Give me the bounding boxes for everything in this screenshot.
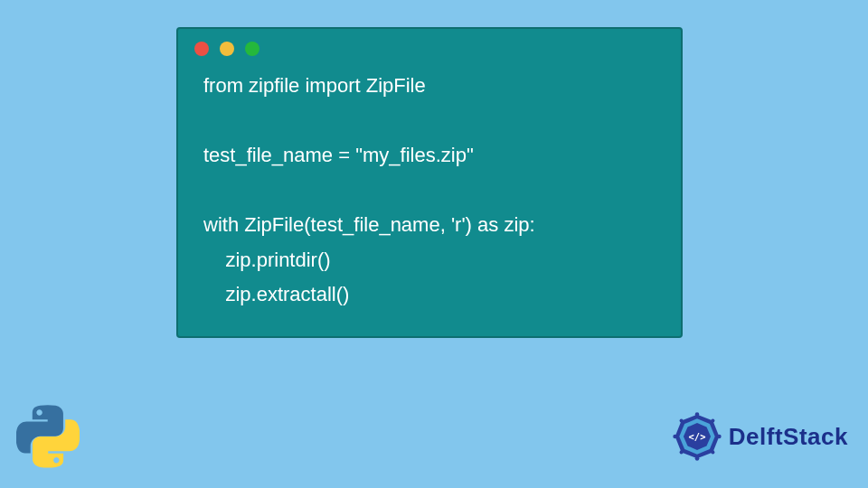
python-logo-icon — [16, 405, 80, 472]
svg-point-9 — [711, 450, 714, 454]
svg-point-4 — [695, 412, 700, 417]
svg-point-11 — [679, 419, 683, 423]
svg-point-10 — [679, 450, 683, 454]
window-titlebar — [178, 29, 681, 65]
code-window: from zipfile import ZipFile test_file_na… — [176, 27, 683, 338]
delftstack-logo: </> DelftStack — [671, 410, 848, 463]
minimize-icon — [220, 42, 234, 56]
delftstack-badge-icon: </> — [671, 410, 723, 463]
close-icon — [194, 42, 209, 56]
svg-point-6 — [695, 456, 700, 461]
maximize-icon — [245, 42, 259, 56]
brand-name: DelftStack — [729, 423, 848, 451]
svg-point-8 — [711, 419, 714, 423]
svg-point-5 — [717, 435, 722, 439]
svg-point-7 — [673, 435, 677, 439]
code-content: from zipfile import ZipFile test_file_na… — [178, 65, 681, 320]
svg-text:</>: </> — [688, 431, 705, 442]
